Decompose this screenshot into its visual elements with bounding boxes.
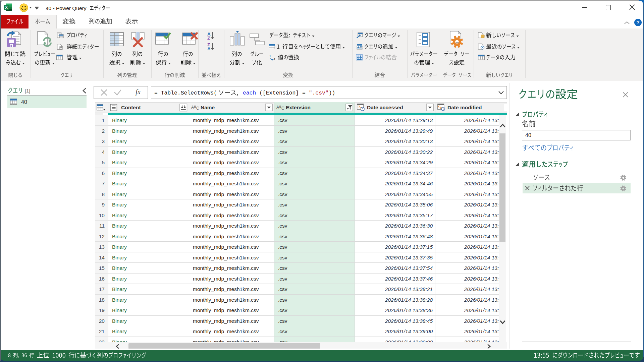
svg-text:A: A [207,46,211,51]
svg-text:?: ? [636,19,639,25]
svg-text:1: 1 [269,55,271,58]
svg-text:C: C [281,106,284,111]
svg-text:X: X [5,5,8,9]
svg-text:2: 2 [274,58,275,61]
svg-text:A: A [276,105,279,110]
svg-text:C: C [196,106,199,111]
svg-text:B: B [279,105,281,108]
svg-text:A: A [191,105,194,110]
svg-text:Z: Z [207,36,210,41]
svg-text:B: B [194,105,196,108]
